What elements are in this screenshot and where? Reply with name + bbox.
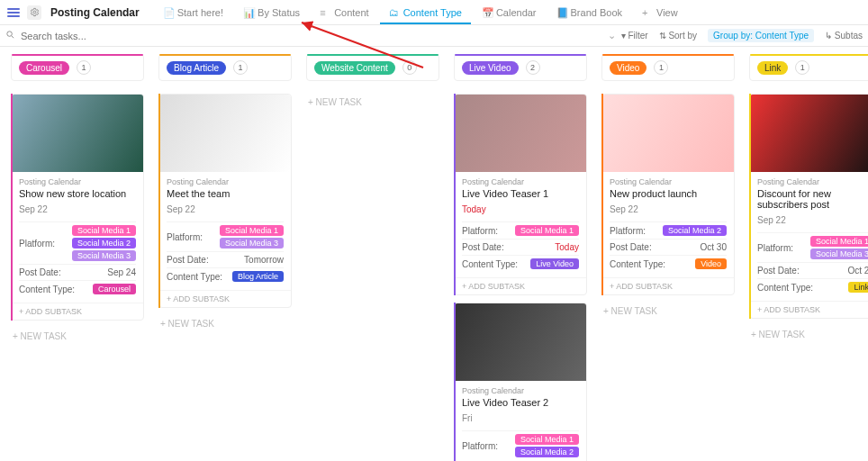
column-header[interactable]: Blog Article1	[158, 54, 292, 81]
tab-start-here-[interactable]: 📄Start here!	[154, 2, 232, 23]
field-value: Tomorrow	[244, 255, 284, 265]
field-label: Post Date:	[757, 266, 800, 276]
tag-stack: Social Media 1Social Media 2Social Media…	[72, 225, 136, 261]
tag: Social Media 3	[220, 238, 284, 249]
card-title: Meet the team	[167, 188, 284, 199]
doc-icon: 📘	[556, 7, 567, 18]
card-image	[455, 95, 586, 172]
sort-button[interactable]: ⇅ Sort by	[659, 31, 697, 41]
tag-stack: Social Media 2	[663, 225, 727, 236]
tab-content-type[interactable]: 🗂Content Type	[380, 2, 471, 23]
tab-content[interactable]: ≡Content	[311, 2, 378, 23]
field-label: Platform:	[610, 226, 646, 236]
new-task-button[interactable]: + NEW TASK	[601, 303, 735, 320]
search-input[interactable]	[21, 31, 602, 41]
add-subtask-button[interactable]: + ADD SUBTASK	[750, 301, 868, 318]
card-field: Content Type:Video	[610, 255, 727, 272]
field-label: Post Date:	[462, 242, 504, 252]
column-header[interactable]: Carousel1	[11, 54, 144, 81]
tab-label: Content	[334, 7, 369, 18]
page-title: Posting Calendar	[50, 6, 140, 19]
cal-icon: 📅	[482, 7, 493, 18]
tag-stack: Video	[695, 258, 727, 269]
card-image	[750, 95, 868, 172]
task-card[interactable]: Posting CalendarNew product launchSep 22…	[601, 94, 735, 295]
add-subtask-button[interactable]: + ADD SUBTASK	[12, 303, 143, 320]
new-task-button[interactable]: + NEW TASK	[11, 328, 144, 345]
tag-stack: Social Media 1Social Media 2	[515, 434, 579, 457]
tag-stack: Social Media 1	[515, 225, 579, 236]
column-count: 1	[77, 60, 91, 75]
menu-icon[interactable]	[5, 5, 22, 21]
card-field: Platform:Social Media 1Social Media 3	[167, 221, 284, 251]
tag-stack: Carousel	[93, 284, 136, 294]
card-title: Live Video Teaser 2	[462, 397, 579, 408]
card-field: Platform:Social Media 2	[610, 221, 727, 239]
card-field: Post Date:Oct 30	[610, 239, 727, 255]
field-label: Platform:	[19, 239, 55, 249]
chevron-down-icon[interactable]: ⌄	[608, 30, 616, 41]
field-label: Post Date:	[19, 267, 61, 277]
task-card[interactable]: Posting CalendarMeet the teamSep 22Platf…	[158, 94, 292, 308]
list-icon: ≡	[320, 7, 330, 18]
task-card[interactable]: Posting CalendarLive Video Teaser 1Today…	[454, 94, 587, 295]
add-subtask-button[interactable]: + ADD SUBTASK	[159, 290, 291, 307]
card-title: Discount for new subscribers post	[757, 188, 868, 210]
new-task-button[interactable]: + NEW TASK	[306, 94, 439, 111]
tag: Social Media 1	[220, 225, 284, 236]
tag: Social Media 1	[72, 225, 136, 236]
add-subtask-button[interactable]: + ADD SUBTASK	[455, 277, 586, 294]
tag: Social Media 2	[72, 238, 136, 249]
add-subtask-button[interactable]: + ADD SUBTASK	[602, 277, 734, 294]
column-header[interactable]: Link1	[749, 54, 868, 81]
field-label: Platform:	[462, 441, 498, 451]
card-field: Platform:Social Media 1Social Media 2Soc…	[19, 221, 136, 264]
card-title: New product launch	[610, 188, 727, 199]
card-field: Content Type:Blog Article	[167, 267, 284, 285]
new-task-button[interactable]: + NEW TASK	[158, 315, 292, 332]
column-count: 1	[233, 60, 248, 75]
column-header[interactable]: Website Content0	[306, 54, 439, 81]
column-count: 1	[795, 60, 809, 75]
new-task-button[interactable]: + NEW TASK	[749, 326, 868, 343]
tab-label: Content Type	[403, 7, 462, 18]
tab-calendar[interactable]: 📅Calendar	[473, 2, 546, 23]
field-value: Oct 23	[848, 266, 868, 276]
task-card[interactable]: Posting CalendarDiscount for new subscri…	[749, 94, 868, 319]
field-value: Today	[555, 242, 579, 252]
filter-button[interactable]: ▾ Filter	[621, 31, 648, 41]
group-by-pill[interactable]: Group by: Content Type	[708, 29, 814, 42]
task-card[interactable]: Posting CalendarLive Video Teaser 2FriPl…	[454, 303, 587, 461]
column-website-content: Website Content0+ NEW TASK	[306, 54, 439, 454]
column-chip: Carousel	[19, 61, 69, 75]
card-field: Content Type:Link	[757, 278, 868, 295]
tab-label: Brand Book	[571, 7, 622, 18]
tag-stack: Link	[848, 282, 868, 293]
tab-view[interactable]: +View	[633, 2, 687, 23]
svg-point-1	[7, 32, 13, 37]
column-count: 0	[402, 60, 417, 75]
column-live-video: Live Video2Posting CalendarLive Video Te…	[454, 54, 587, 454]
field-label: Content Type:	[167, 272, 222, 282]
tag: Social Media 1	[515, 225, 579, 236]
task-card[interactable]: Posting CalendarShow new store locationS…	[11, 94, 144, 321]
settings-icon[interactable]	[27, 5, 41, 20]
column-chip: Website Content	[314, 61, 395, 75]
column-chip: Live Video	[462, 61, 519, 75]
tag: Blog Article	[232, 271, 284, 282]
card-project: Posting Calendar	[462, 386, 579, 395]
field-label: Post Date:	[167, 255, 209, 265]
card-field: Post Date:Oct 23	[757, 262, 868, 278]
type-icon: 🗂	[389, 7, 400, 18]
subtask-toggle[interactable]: ↳ Subtas	[825, 31, 863, 41]
card-date: Fri	[462, 413, 579, 423]
column-header[interactable]: Live Video2	[454, 54, 587, 81]
card-title: Show new store location	[19, 188, 136, 199]
tag: Carousel	[93, 284, 136, 294]
tab-brand-book[interactable]: 📘Brand Book	[547, 2, 631, 23]
tab-by-status[interactable]: 📊By Status	[234, 2, 309, 23]
tab-label: Calendar	[496, 7, 537, 18]
card-field: Content Type:Carousel	[19, 280, 136, 297]
column-header[interactable]: Video1	[601, 54, 735, 81]
card-field: Platform:Social Media 1Social Media 3	[757, 232, 868, 262]
